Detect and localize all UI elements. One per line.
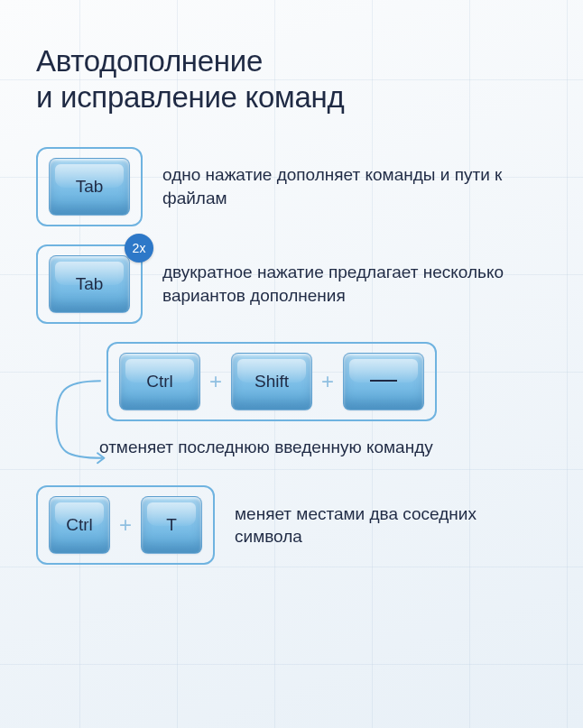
shortcut-desc: отменяет последнюю введенную команду [99, 436, 433, 459]
key-group-swap: Ctrl + T [36, 485, 215, 565]
key-group-tab-2x: Tab 2x [36, 244, 143, 324]
key-label: T [166, 515, 177, 535]
key-label: — [370, 364, 397, 394]
key-tab: Tab [49, 255, 130, 313]
key-ctrl: Ctrl [119, 353, 200, 410]
page-title: Автодополнениеи исправление команд [36, 43, 547, 116]
key-shift: Shift [231, 353, 312, 410]
key-dash: — [343, 353, 424, 410]
key-label: Ctrl [66, 515, 93, 535]
shortcut-desc-row: отменяет последнюю введенную команду [99, 436, 547, 459]
shortcut-row: Tab 2x двукратное нажатие предлагает нес… [36, 244, 547, 324]
arrow-icon [47, 374, 114, 465]
repeat-badge: 2x [125, 234, 153, 263]
key-tab: Tab [49, 158, 130, 216]
key-label: Tab [76, 274, 104, 294]
plus-separator: + [209, 369, 222, 394]
shortcut-desc: двукратное нажатие предлагает несколько … [162, 261, 547, 307]
shortcut-desc: одно нажатие дополняет команды и пути к … [162, 163, 547, 209]
shortcut-block: Ctrl + Shift + — отменяет последнюю введ… [106, 342, 547, 459]
key-ctrl: Ctrl [49, 496, 110, 554]
key-group-tab: Tab [36, 147, 143, 226]
key-label: Shift [254, 372, 289, 392]
shortcut-desc: меняет местами два соседних символа [235, 502, 547, 548]
key-label: Ctrl [146, 372, 173, 392]
shortcut-row: Ctrl + T меняет местами два соседних сим… [36, 485, 547, 565]
shortcut-row: Tab одно нажатие дополняет команды и пут… [36, 147, 547, 226]
plus-separator: + [321, 369, 334, 394]
plus-separator: + [119, 512, 132, 538]
key-label: Tab [76, 177, 104, 197]
key-t: T [141, 496, 202, 554]
key-group-undo: Ctrl + Shift + — [106, 342, 437, 421]
